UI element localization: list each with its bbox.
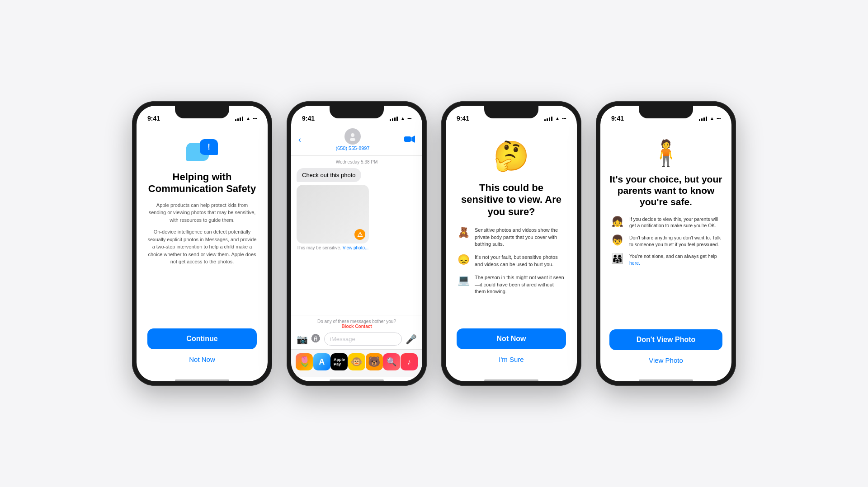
view-photo-button[interactable]: View Photo: [649, 356, 683, 364]
dock-search[interactable]: 🔍: [383, 353, 400, 370]
view-photo-link[interactable]: View photo...: [343, 245, 369, 250]
apps-input-icon[interactable]: 🅐: [311, 334, 321, 344]
warning-text-2: It's not your fault, but sensitive photo…: [475, 254, 566, 268]
signal-bar-1: [235, 119, 236, 121]
phone2-content: ‹ (650) 555-8997: [291, 126, 422, 377]
info-text-2: Don't share anything you don't want to. …: [629, 234, 722, 248]
messages-body: Wednesday 5:38 PM Check out this photo ⚠…: [291, 156, 422, 315]
sb3: [549, 117, 550, 121]
received-message-bubble: Check out this photo: [297, 168, 361, 182]
phone-3-screen: 9:41 ▲ ▪▪▪ 🤔 This could be sensitive to …: [446, 106, 577, 381]
messages-header: ‹ (650) 555-8997: [291, 126, 422, 156]
sensitive-photo-preview: ⚠: [297, 185, 369, 244]
time-1: 9:41: [147, 115, 160, 122]
dock-applepay[interactable]: ApplePay: [330, 353, 348, 370]
not-now-button-3[interactable]: Not Now: [457, 328, 566, 349]
signal-bars-1: [235, 116, 243, 121]
phone-3: 9:41 ▲ ▪▪▪ 🤔 This could be sensitive to …: [441, 101, 581, 386]
video-call-icon: [404, 136, 415, 143]
contact-name[interactable]: (650) 555-8997: [335, 145, 369, 151]
phone4-title: It's your choice, but your parents want …: [609, 173, 722, 208]
info-icon-1: 👧: [609, 216, 625, 228]
notch-1: [175, 106, 229, 118]
exclaim-icon: !: [208, 142, 210, 152]
info-text-3: You're not alone, and can always get hel…: [629, 253, 722, 266]
messages-bottom-bar: Do any of these messages bother you? Blo…: [291, 315, 422, 349]
status-icons-1: ▲ ▪▪▪: [235, 116, 257, 121]
info-text-1: If you decide to view this, your parents…: [629, 216, 722, 229]
time-3: 9:41: [457, 115, 469, 122]
block-contact-link[interactable]: Block Contact: [297, 324, 417, 329]
battery-icon-1: ▪▪▪: [253, 116, 257, 121]
svg-marker-3: [411, 136, 415, 143]
phone-4-screen: 9:41 ▲ ▪▪▪ 🧍 It's your choice, but your …: [600, 106, 731, 381]
phone3-title: This could be sensitive to view. Are you…: [457, 182, 566, 218]
help-link[interactable]: here.: [629, 260, 640, 266]
time-2: 9:41: [302, 115, 315, 122]
contact-info: (650) 555-8997: [335, 128, 369, 151]
communication-icon: !: [186, 139, 218, 164]
phone1-content: ! Helping with Communication Safety Appl…: [137, 126, 268, 377]
message-placeholder: iMessage: [330, 336, 355, 342]
continue-button[interactable]: Continue: [147, 328, 257, 349]
message-timestamp: Wednesday 5:38 PM: [297, 159, 417, 164]
warning-icon-2: 😞: [457, 254, 470, 266]
dock-appstore[interactable]: A: [313, 353, 330, 370]
signal-bar-2: [237, 118, 239, 121]
warning-text-1: Sensitive photos and videos show the pri…: [475, 227, 566, 248]
video-call-button[interactable]: [404, 135, 415, 145]
phone-1-screen: 9:41 ▲ ▪▪▪ !: [137, 106, 268, 381]
status-icons-2: ▲ ▪▪▪: [390, 116, 411, 121]
signal-bar-4b: [396, 117, 398, 121]
sb1d: [699, 119, 700, 121]
battery-icon-3: ▪▪▪: [562, 116, 566, 121]
dock-monkey[interactable]: 🐵: [348, 353, 365, 370]
back-button[interactable]: ‹: [298, 135, 301, 145]
info-item-2: 👦 Don't share anything you don't want to…: [609, 234, 722, 248]
signal-bars-3: [544, 116, 552, 121]
im-sure-button[interactable]: I'm Sure: [499, 356, 524, 363]
sb3d: [703, 117, 705, 121]
status-icons-4: ▲ ▪▪▪: [699, 116, 721, 121]
warning-icon: ⚠: [354, 229, 365, 240]
home-indicator-1: [175, 379, 229, 381]
notch-2: [330, 106, 384, 118]
signal-bar-1b: [390, 119, 391, 121]
warning-item-1: 🧸 Sensitive photos and videos show the p…: [457, 227, 566, 248]
home-indicator-4: [639, 379, 693, 381]
dock-photos[interactable]: 🌷: [296, 353, 313, 370]
camera-input-icon[interactable]: 📷: [297, 334, 308, 345]
phone-2: 9:41 ▲ ▪▪▪ ‹: [287, 101, 427, 386]
phone-2-frame: 9:41 ▲ ▪▪▪ ‹: [287, 101, 427, 386]
dock-music[interactable]: ♪: [401, 353, 418, 370]
phone-4: 9:41 ▲ ▪▪▪ 🧍 It's your choice, but your …: [596, 101, 736, 386]
warning-item-3: 💻 The person in this might not want it s…: [457, 274, 566, 295]
info-icon-3: 👨‍👩‍👧: [609, 253, 625, 265]
phone-2-screen: 9:41 ▲ ▪▪▪ ‹: [291, 106, 422, 381]
phone1-desc1: Apple products can help protect kids fro…: [147, 201, 257, 224]
phone-1-frame: 9:41 ▲ ▪▪▪ !: [132, 101, 272, 386]
home-indicator-2: [330, 379, 384, 381]
notch-4: [639, 106, 693, 118]
dont-view-photo-button[interactable]: Don't View Photo: [609, 329, 722, 350]
wifi-icon-4: ▲: [709, 116, 714, 121]
not-now-button-1[interactable]: Not Now: [189, 356, 215, 363]
dictation-icon[interactable]: 🎤: [406, 334, 417, 345]
svg-point-1: [350, 138, 355, 141]
dock-bear[interactable]: 🐻: [366, 353, 383, 370]
sb2: [547, 118, 548, 121]
thinking-emoji: 🤔: [493, 139, 529, 173]
svg-point-0: [351, 133, 354, 137]
status-icons-3: ▲ ▪▪▪: [544, 116, 566, 121]
message-input-field[interactable]: iMessage: [324, 332, 402, 346]
sensitive-label-text: This may be sensitive.: [297, 245, 341, 250]
warning-icon-1: 🧸: [457, 227, 470, 239]
signal-bars-2: [390, 116, 398, 121]
info-item-1: 👧 If you decide to view this, your paren…: [609, 216, 722, 229]
dock-bar: 🌷 A ApplePay 🐵 🐻 🔍 ♪: [291, 349, 422, 377]
person-icon: [348, 132, 357, 141]
time-4: 9:41: [611, 115, 624, 122]
signal-bar-2b: [392, 118, 393, 121]
notch-3: [484, 106, 538, 118]
sb4d: [706, 117, 707, 121]
